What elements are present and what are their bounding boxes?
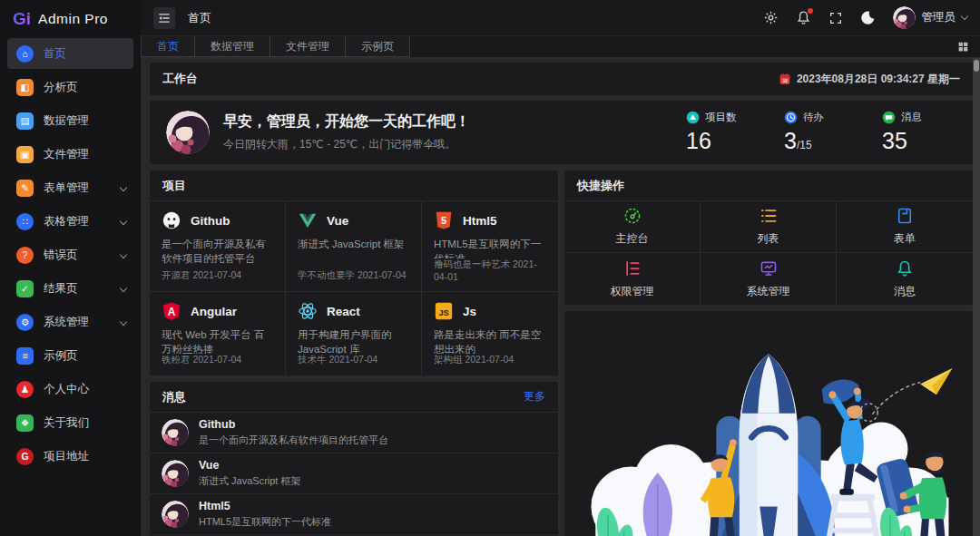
notifications-button[interactable] (796, 10, 811, 25)
chevron-down-icon (120, 184, 127, 191)
sidebar-item-result-pages[interactable]: ✓ 结果页 (7, 273, 133, 304)
github-icon (162, 210, 181, 230)
sidebar-item-tables[interactable]: ∷ 表格管理 (7, 206, 133, 237)
sidebar-item-home[interactable]: ⌂ 首页 (7, 38, 133, 69)
tab-actions-button[interactable] (957, 36, 980, 57)
error-icon: ? (16, 247, 34, 264)
tab-data[interactable]: 数据管理 (195, 36, 270, 57)
project-footer: 技术牛 2021-07-04 (298, 354, 409, 366)
message-item[interactable]: Html5 HTML5是互联网的下一代标准 (150, 494, 558, 535)
quick-action-console[interactable]: 主控台 (564, 201, 701, 253)
sidebar-item-repo[interactable]: G 项目地址 (7, 441, 133, 472)
tab-examples[interactable]: 示例页 (346, 36, 410, 57)
sidebar-item-label: 个人中心 (44, 382, 126, 397)
moon-icon (860, 10, 876, 25)
datetime-text: 2023年08月28日 09:34:27 星期一 (797, 72, 960, 87)
breadcrumb: 首页 (188, 10, 211, 26)
project-footer: 撸码也是一种艺术 2021-04-01 (434, 258, 546, 282)
avatar (162, 501, 189, 528)
scrollbar-thumb[interactable] (974, 60, 979, 72)
quick-action-system[interactable]: 系统管理 (701, 253, 837, 305)
message-icon (882, 111, 896, 124)
sidebar-item-error-pages[interactable]: ? 错误页 (7, 239, 133, 270)
avatar (893, 6, 916, 29)
message-item[interactable]: Github 是一个面向开源及私有软件项目的托管平台 (150, 413, 558, 453)
project-card-html5[interactable]: 5 Html5 HTML5是互联网的下一代标准 撸码也是一种艺术 2021-04… (422, 201, 558, 292)
bell-icon (896, 259, 914, 278)
todo-clock-icon (784, 111, 798, 124)
sidebar-item-forms[interactable]: ✎ 表单管理 (7, 172, 133, 203)
stat-projects: 项目数 16 (686, 111, 742, 154)
sidebar-item-label: 表单管理 (44, 180, 121, 196)
menu-fold-icon (158, 12, 171, 24)
profile-icon: ♟ (16, 381, 34, 398)
message-item[interactable]: Vue 渐进式 JavaScript 框架 (150, 453, 558, 494)
tab-files[interactable]: 文件管理 (270, 36, 346, 57)
project-name: Vue (327, 214, 348, 228)
sidebar-item-analysis[interactable]: ◧ 分析页 (7, 72, 133, 102)
sidebar-item-files[interactable]: ▣ 文件管理 (7, 139, 133, 170)
project-card-angular[interactable]: A Angular 现代 Web 开发平台 百万粉丝热捧 铁粉君 2021-07… (150, 292, 286, 375)
project-footer: 架构组 2021-07-04 (434, 354, 546, 366)
project-desc: 是一个面向开源及私有软件项目的托管平台 (162, 237, 273, 266)
chevron-down-icon (961, 13, 968, 20)
about-icon: ❖ (16, 414, 34, 432)
top-header: 首页 管理员 (141, 0, 980, 36)
stat-todos: 待办 3/15 (784, 111, 840, 154)
project-name: Html5 (463, 214, 497, 228)
project-desc: 现代 Web 开发平台 百万粉丝热捧 (162, 327, 273, 354)
projects-panel-header: 项目 (150, 171, 558, 201)
form-doc-icon (896, 207, 914, 225)
sidebar-item-data[interactable]: ▤ 数据管理 (7, 105, 133, 136)
sidebar-item-label: 表格管理 (44, 214, 121, 229)
stat-label: 待办 (803, 111, 824, 124)
svg-text:JS: JS (438, 308, 448, 317)
avatar (162, 419, 189, 446)
fullscreen-icon (828, 11, 843, 25)
project-desc: 渐进式 JavaScript 框架 (298, 237, 409, 266)
sidebar-item-label: 关于我们 (44, 415, 126, 431)
settings-button[interactable] (763, 10, 779, 25)
tab-home[interactable]: 首页 (141, 36, 195, 57)
project-card-react[interactable]: React 用于构建用户界面的 JavaScript 库 技术牛 2021-07… (286, 292, 422, 375)
gitee-icon: G (16, 448, 34, 465)
panel-title: 项目 (162, 178, 186, 194)
dark-mode-toggle[interactable] (860, 10, 876, 25)
user-menu[interactable]: 管理员 (893, 6, 968, 29)
project-name: Angular (191, 305, 237, 318)
more-link[interactable]: 更多 (524, 389, 545, 404)
sidebar-item-label: 数据管理 (44, 113, 126, 129)
quick-action-messages[interactable]: 消息 (837, 253, 973, 305)
stat-label: 消息 (901, 111, 922, 124)
collapse-sidebar-button[interactable] (153, 7, 175, 29)
result-icon: ✓ (16, 280, 34, 297)
quick-action-list[interactable]: 列表 (701, 201, 837, 253)
project-card-js[interactable]: JS Js 路是走出来的 而不是空想出来的 架构组 2021-07-04 (422, 292, 558, 375)
quick-action-label: 表单 (894, 231, 916, 247)
sidebar-item-about[interactable]: ❖ 关于我们 (7, 407, 133, 438)
quick-action-form[interactable]: 表单 (837, 201, 973, 253)
console-gauge-icon (623, 207, 642, 225)
illustration-panel (564, 311, 973, 536)
sidebar-item-system[interactable]: ⚙ 系统管理 (7, 307, 133, 337)
stats: 项目数 16 待办 3/15 (686, 111, 956, 154)
project-icon (686, 111, 700, 124)
chevron-down-icon (120, 285, 127, 292)
tab-label: 示例页 (361, 39, 394, 54)
gear-icon (763, 10, 779, 25)
quick-action-permissions[interactable]: 权限管理 (564, 253, 701, 305)
sidebar: Gi Admin Pro ⌂ 首页 ◧ 分析页 ▤ 数据管理 ▣ 文件管理 ✎ … (0, 0, 141, 536)
rocket-teamwork-illustration (569, 315, 968, 536)
project-name: Js (463, 305, 476, 318)
vertical-scrollbar[interactable] (973, 58, 980, 536)
sidebar-item-profile[interactable]: ♟ 个人中心 (7, 374, 133, 404)
analysis-icon: ◧ (16, 79, 34, 96)
project-card-vue[interactable]: Vue 渐进式 JavaScript 框架 学不动也要学 2021-07-04 (286, 201, 422, 292)
fullscreen-button[interactable] (828, 11, 843, 25)
calendar-icon: 18 (779, 73, 791, 85)
sidebar-item-examples[interactable]: ≡ 示例页 (7, 340, 133, 371)
project-card-github[interactable]: Github 是一个面向开源及私有软件项目的托管平台 开源君 2021-07-0… (150, 201, 286, 292)
avatar (162, 460, 189, 487)
project-desc: HTML5是互联网的下一代标准 (434, 237, 546, 258)
project-footer: 学不动也要学 2021-07-04 (298, 269, 409, 282)
